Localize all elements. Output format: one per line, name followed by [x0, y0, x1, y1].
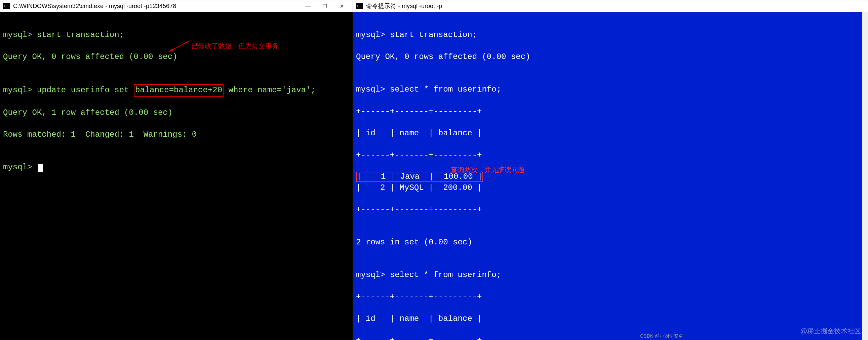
left-cmd-window: C:\ C:\WINDOWS\system32\cmd.exe - mysql … — [0, 0, 353, 340]
terminal-line: mysql> select * from userinfo; — [356, 270, 865, 280]
close-button[interactable]: ✕ — [333, 1, 350, 11]
table-border: +------+-------+---------+ — [356, 106, 865, 117]
terminal-line: Query OK, 0 rows affected (0.00 sec) — [356, 52, 865, 62]
right-title-text: 命令提示符 - mysql -uroot -p — [366, 2, 865, 10]
svg-marker-1 — [168, 49, 173, 52]
table-header-row: | id | name | balance | — [356, 128, 865, 139]
left-annotation-text: 已修改了数据，但为提交事务 — [191, 41, 279, 51]
left-annotation-group: 已修改了数据，但为提交事务 — [168, 39, 279, 53]
cursor-icon — [38, 164, 43, 172]
credit-text: CSDN @小刘学安卓 — [640, 333, 683, 339]
left-titlebar[interactable]: C:\ C:\WINDOWS\system32\cmd.exe - mysql … — [0, 0, 353, 12]
terminal-line: Query OK, 0 rows affected (0.00 sec) — [3, 52, 350, 62]
left-terminal-body[interactable]: mysql> start transaction; Query OK, 0 ro… — [0, 12, 353, 340]
table-border: +------+-------+---------+ — [356, 204, 865, 215]
terminal-line: 2 rows in set (0.00 sec) — [356, 237, 865, 248]
svg-line-0 — [170, 41, 190, 51]
maximize-button[interactable]: ☐ — [316, 1, 333, 11]
watermark-text: @稀土掘金技术社区 — [800, 327, 861, 336]
left-title-text: C:\WINDOWS\system32\cmd.exe - mysql -uro… — [13, 3, 300, 10]
cmd-icon: C:\ — [3, 3, 10, 9]
right-terminal-body[interactable]: mysql> start transaction; Query OK, 0 ro… — [353, 12, 868, 340]
minimize-button[interactable]: — — [300, 1, 316, 11]
terminal-line: mysql> update userinfo set balance=balan… — [3, 84, 350, 96]
table-row: | 2 | MySQL | 200.00 | — [356, 182, 865, 193]
terminal-line: mysql> start transaction; — [356, 30, 865, 40]
left-window-controls: — ☐ ✕ — [300, 1, 350, 11]
right-titlebar[interactable]: C:\ 命令提示符 - mysql -uroot -p — [353, 0, 868, 12]
terminal-line: Query OK, 1 row affected (0.00 sec) — [3, 107, 350, 118]
table-border: +------+-------+---------+ — [356, 150, 865, 161]
update-suffix: where name='java'; — [223, 85, 316, 94]
table-border: +------+-------+---------+ — [356, 335, 865, 340]
balance-highlight-box: balance=balance+20 — [134, 84, 223, 96]
right-cmd-window: C:\ 命令提示符 - mysql -uroot -p mysql> start… — [353, 0, 868, 340]
arrow-icon — [168, 39, 191, 53]
terminal-line: mysql> select * from userinfo; — [356, 84, 865, 95]
table-header-row: | id | name | balance | — [356, 313, 865, 324]
table-border: +------+-------+---------+ — [356, 291, 865, 302]
prompt-text: mysql> — [3, 163, 37, 172]
right-annotation-text: 查询两次，并无脏读问题 — [451, 165, 525, 174]
terminal-line: Rows matched: 1 Changed: 1 Warnings: 0 — [3, 129, 350, 140]
terminal-prompt: mysql> — [3, 162, 350, 173]
cmd-icon: C:\ — [356, 3, 363, 9]
update-prefix: mysql> update userinfo set — [3, 85, 134, 94]
